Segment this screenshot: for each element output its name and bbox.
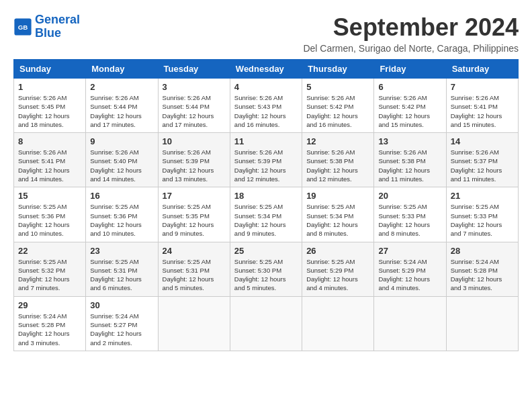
day-info: Sunrise: 5:26 AMSunset: 5:39 PMDaylight:…: [234, 148, 298, 183]
month-title: September 2024: [303, 13, 519, 42]
logo-icon: GB: [13, 17, 32, 36]
calendar-day-cell: [302, 296, 374, 351]
day-number: 5: [306, 82, 369, 92]
calendar-day-cell: 30Sunrise: 5:24 AMSunset: 5:27 PMDayligh…: [86, 296, 158, 351]
weekday-header-thursday: Thursday: [302, 60, 374, 79]
title-section: September 2024 Del Carmen, Surigao del N…: [303, 13, 519, 54]
day-number: 13: [378, 136, 441, 146]
calendar-day-cell: [230, 296, 302, 351]
day-info: Sunrise: 5:25 AMSunset: 5:35 PMDaylight:…: [163, 202, 226, 238]
day-info: Sunrise: 5:25 AMSunset: 5:31 PMDaylight:…: [163, 257, 226, 293]
logo-text: General Blue: [35, 13, 80, 40]
calendar-day-cell: 6Sunrise: 5:26 AMSunset: 5:42 PMDaylight…: [374, 79, 446, 133]
calendar-day-cell: 2Sunrise: 5:26 AMSunset: 5:44 PMDaylight…: [86, 79, 158, 133]
day-info: Sunrise: 5:26 AMSunset: 5:37 PMDaylight:…: [451, 148, 514, 183]
calendar-day-cell: 16Sunrise: 5:25 AMSunset: 5:36 PMDayligh…: [86, 187, 158, 242]
calendar-week-row: 1Sunrise: 5:26 AMSunset: 5:45 PMDaylight…: [14, 79, 519, 133]
day-number: 20: [378, 191, 441, 201]
day-info: Sunrise: 5:25 AMSunset: 5:33 PMDaylight:…: [378, 202, 441, 238]
calendar-week-row: 15Sunrise: 5:25 AMSunset: 5:36 PMDayligh…: [14, 187, 519, 242]
day-info: Sunrise: 5:25 AMSunset: 5:36 PMDaylight:…: [18, 202, 81, 238]
calendar-day-cell: 23Sunrise: 5:25 AMSunset: 5:31 PMDayligh…: [86, 242, 158, 296]
calendar-day-cell: 5Sunrise: 5:26 AMSunset: 5:42 PMDaylight…: [302, 79, 374, 133]
calendar-day-cell: 3Sunrise: 5:26 AMSunset: 5:44 PMDaylight…: [158, 79, 230, 133]
day-info: Sunrise: 5:26 AMSunset: 5:41 PMDaylight:…: [451, 93, 514, 129]
weekday-header-saturday: Saturday: [446, 60, 518, 79]
day-info: Sunrise: 5:26 AMSunset: 5:43 PMDaylight:…: [234, 93, 298, 129]
calendar-day-cell: 18Sunrise: 5:25 AMSunset: 5:34 PMDayligh…: [230, 187, 302, 242]
day-number: 18: [234, 191, 298, 201]
day-info: Sunrise: 5:25 AMSunset: 5:33 PMDaylight:…: [451, 202, 514, 238]
day-info: Sunrise: 5:26 AMSunset: 5:42 PMDaylight:…: [378, 93, 441, 129]
calendar-day-cell: 29Sunrise: 5:24 AMSunset: 5:28 PMDayligh…: [14, 296, 86, 351]
day-info: Sunrise: 5:26 AMSunset: 5:39 PMDaylight:…: [163, 148, 226, 183]
day-info: Sunrise: 5:25 AMSunset: 5:32 PMDaylight:…: [18, 257, 81, 293]
calendar-week-row: 22Sunrise: 5:25 AMSunset: 5:32 PMDayligh…: [14, 242, 519, 296]
calendar-day-cell: 17Sunrise: 5:25 AMSunset: 5:35 PMDayligh…: [158, 187, 230, 242]
day-number: 10: [163, 136, 226, 146]
weekday-header-wednesday: Wednesday: [230, 60, 302, 79]
calendar-day-cell: 8Sunrise: 5:26 AMSunset: 5:41 PMDaylight…: [14, 133, 86, 187]
day-number: 24: [163, 246, 226, 256]
day-info: Sunrise: 5:25 AMSunset: 5:31 PMDaylight:…: [90, 257, 153, 293]
day-number: 3: [163, 82, 226, 92]
weekday-header-sunday: Sunday: [14, 60, 86, 79]
calendar-day-cell: 11Sunrise: 5:26 AMSunset: 5:39 PMDayligh…: [230, 133, 302, 187]
calendar-day-cell: 14Sunrise: 5:26 AMSunset: 5:37 PMDayligh…: [446, 133, 518, 187]
day-number: 6: [378, 82, 441, 92]
day-number: 1: [18, 82, 81, 92]
day-info: Sunrise: 5:26 AMSunset: 5:44 PMDaylight:…: [90, 93, 153, 129]
day-number: 30: [90, 300, 153, 310]
calendar-day-cell: 20Sunrise: 5:25 AMSunset: 5:33 PMDayligh…: [374, 187, 446, 242]
day-info: Sunrise: 5:25 AMSunset: 5:36 PMDaylight:…: [90, 202, 153, 238]
calendar-day-cell: 15Sunrise: 5:25 AMSunset: 5:36 PMDayligh…: [14, 187, 86, 242]
day-number: 25: [234, 246, 298, 256]
logo: GB General Blue: [13, 13, 80, 40]
weekday-header-row: SundayMondayTuesdayWednesdayThursdayFrid…: [14, 60, 519, 79]
day-info: Sunrise: 5:24 AMSunset: 5:28 PMDaylight:…: [451, 257, 514, 293]
day-number: 7: [451, 82, 514, 92]
day-info: Sunrise: 5:25 AMSunset: 5:34 PMDaylight:…: [234, 202, 298, 238]
calendar-day-cell: 1Sunrise: 5:26 AMSunset: 5:45 PMDaylight…: [14, 79, 86, 133]
calendar-day-cell: 13Sunrise: 5:26 AMSunset: 5:38 PMDayligh…: [374, 133, 446, 187]
calendar-day-cell: 9Sunrise: 5:26 AMSunset: 5:40 PMDaylight…: [86, 133, 158, 187]
day-number: 8: [18, 136, 81, 146]
day-number: 27: [378, 246, 441, 256]
day-info: Sunrise: 5:24 AMSunset: 5:27 PMDaylight:…: [90, 312, 153, 347]
day-number: 14: [451, 136, 514, 146]
weekday-header-monday: Monday: [86, 60, 158, 79]
day-number: 23: [90, 246, 153, 256]
calendar-day-cell: 10Sunrise: 5:26 AMSunset: 5:39 PMDayligh…: [158, 133, 230, 187]
day-number: 22: [18, 246, 81, 256]
calendar-day-cell: 12Sunrise: 5:26 AMSunset: 5:38 PMDayligh…: [302, 133, 374, 187]
day-number: 12: [306, 136, 369, 146]
day-info: Sunrise: 5:24 AMSunset: 5:28 PMDaylight:…: [18, 312, 81, 347]
calendar-week-row: 29Sunrise: 5:24 AMSunset: 5:28 PMDayligh…: [14, 296, 519, 351]
calendar-week-row: 8Sunrise: 5:26 AMSunset: 5:41 PMDaylight…: [14, 133, 519, 187]
day-info: Sunrise: 5:25 AMSunset: 5:29 PMDaylight:…: [306, 257, 369, 293]
page-header: GB General Blue September 2024 Del Carme…: [13, 13, 519, 54]
day-info: Sunrise: 5:26 AMSunset: 5:42 PMDaylight:…: [306, 93, 369, 129]
day-info: Sunrise: 5:26 AMSunset: 5:38 PMDaylight:…: [378, 148, 441, 183]
weekday-header-tuesday: Tuesday: [158, 60, 230, 79]
calendar-day-cell: [374, 296, 446, 351]
day-number: 17: [163, 191, 226, 201]
day-info: Sunrise: 5:25 AMSunset: 5:30 PMDaylight:…: [234, 257, 298, 293]
calendar-day-cell: 22Sunrise: 5:25 AMSunset: 5:32 PMDayligh…: [14, 242, 86, 296]
day-number: 4: [234, 82, 298, 92]
day-number: 9: [90, 136, 153, 146]
weekday-header-friday: Friday: [374, 60, 446, 79]
calendar-day-cell: 7Sunrise: 5:26 AMSunset: 5:41 PMDaylight…: [446, 79, 518, 133]
calendar-day-cell: [446, 296, 518, 351]
day-info: Sunrise: 5:24 AMSunset: 5:29 PMDaylight:…: [378, 257, 441, 293]
calendar-day-cell: 24Sunrise: 5:25 AMSunset: 5:31 PMDayligh…: [158, 242, 230, 296]
day-number: 2: [90, 82, 153, 92]
calendar-day-cell: 19Sunrise: 5:25 AMSunset: 5:34 PMDayligh…: [302, 187, 374, 242]
calendar-day-cell: 26Sunrise: 5:25 AMSunset: 5:29 PMDayligh…: [302, 242, 374, 296]
svg-text:GB: GB: [18, 24, 28, 31]
day-info: Sunrise: 5:25 AMSunset: 5:34 PMDaylight:…: [306, 202, 369, 238]
calendar-day-cell: 25Sunrise: 5:25 AMSunset: 5:30 PMDayligh…: [230, 242, 302, 296]
calendar-day-cell: [158, 296, 230, 351]
day-info: Sunrise: 5:26 AMSunset: 5:41 PMDaylight:…: [18, 148, 81, 183]
day-number: 15: [18, 191, 81, 201]
